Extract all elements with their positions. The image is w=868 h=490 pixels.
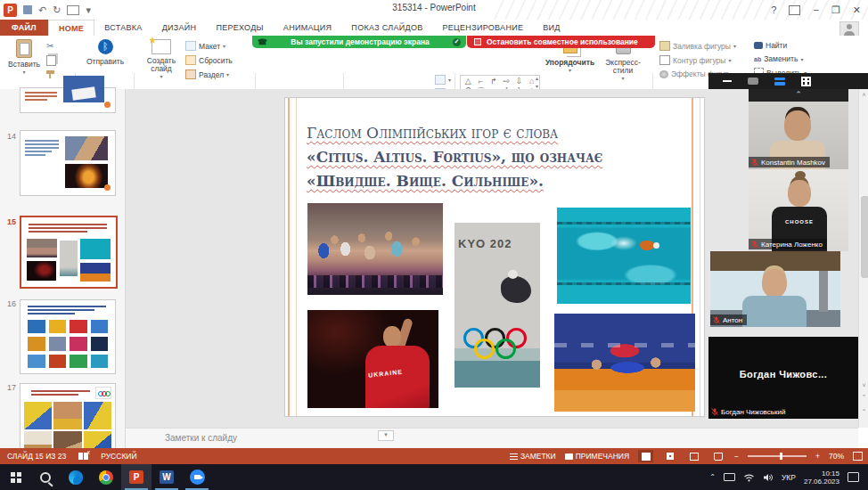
stop-share-banner[interactable]: Остановить совместное использование (467, 36, 655, 48)
next-slide-button[interactable]: ⌄ (859, 403, 868, 414)
tray-camera-icon[interactable] (724, 473, 735, 481)
video-tile-participant-4[interactable]: Богдан Чижовс... Богдан Чижовський (708, 337, 858, 419)
notes-collapse-icon[interactable]: ▼ (378, 430, 394, 441)
replace-button[interactable]: abЗаменить▾ (754, 54, 807, 63)
section-button[interactable]: Раздел▾ (185, 69, 233, 79)
comments-toggle-button[interactable]: ПРИМЕЧАНИЯ (565, 452, 629, 461)
zoom-collapse-strip[interactable]: ⌃ (749, 89, 848, 102)
zoom-gallery-view-icon[interactable] (774, 78, 785, 86)
scroll-down-icon[interactable]: ˅ (859, 380, 868, 391)
help-button[interactable]: ? (771, 4, 776, 15)
start-button[interactable] (0, 464, 30, 490)
normal-view-button[interactable] (638, 450, 653, 462)
tab-file[interactable]: ФАЙЛ (0, 20, 48, 36)
thumb13-text (25, 90, 57, 102)
shape-outline-button[interactable]: Контур фигуры▾ (659, 55, 736, 65)
taskbar-chrome-button[interactable] (91, 464, 121, 490)
shape-arrow-down-icon[interactable]: ⇩ (513, 77, 524, 86)
slide-13-thumbnail[interactable] (20, 87, 116, 113)
copy-icon[interactable] (46, 55, 56, 66)
taskbar-zoom-button[interactable] (182, 464, 212, 490)
find-button[interactable]: Найти (754, 41, 807, 50)
hurdles-race-photo[interactable] (307, 203, 443, 295)
window-title: 315314 - PowerPoint (0, 3, 868, 12)
tokyo-2020-text: KYO 202 (458, 237, 540, 250)
slide-counter[interactable]: СЛАЙД 15 ИЗ 23 (7, 452, 66, 461)
clipboard-icon (16, 39, 32, 58)
zoom-out-button[interactable]: − (734, 452, 739, 461)
notes-panel[interactable]: ▼ Заметки к слайду (126, 428, 858, 449)
restore-button[interactable]: ❐ (831, 4, 840, 16)
scroll-up-icon[interactable]: ˄ (859, 89, 868, 101)
shape-fill-icon (659, 41, 670, 51)
volume-icon[interactable] (763, 473, 774, 482)
taskbar-word-button[interactable]: W (151, 464, 182, 490)
slide-title[interactable]: Гаслом Олімпійських ігор є слова «Citius… (307, 121, 690, 193)
ukraine-athlete-medal-photo[interactable]: UKRAINE (307, 310, 438, 408)
taskbar-search-button[interactable] (30, 464, 61, 490)
zoom-level[interactable]: 70% (829, 452, 844, 461)
zoom-grid-view-icon[interactable] (801, 77, 811, 86)
slide-15-thumbnail[interactable] (20, 216, 118, 289)
minimize-button[interactable]: − (813, 4, 818, 15)
screen-share-banner[interactable]: ☎ Вы запустили демонстрацию экрана ✓ (252, 36, 466, 48)
slide-canvas[interactable]: Гаслом Олімпійських ігор є слова «Citius… (285, 98, 704, 416)
shape-fill-button[interactable]: Заливка фигуры▾ (659, 41, 736, 51)
paste-button[interactable]: Вставить ▾ (7, 39, 41, 77)
ribbon-display-options-icon[interactable] (789, 5, 800, 15)
tab-view[interactable]: ВИД (533, 20, 569, 36)
video-tile-participant-3[interactable]: Антон (710, 251, 840, 327)
tab-review[interactable]: РЕЦЕНЗИРОВАНИЕ (433, 20, 534, 36)
tab-home[interactable]: HOME (48, 20, 94, 36)
shape-arrow-elbow-icon[interactable]: ↱ (488, 77, 499, 86)
video-tile-participant-1[interactable]: Konstantin Mashkov (749, 102, 848, 169)
new-slide-button[interactable]: Создать слайд ▾ (141, 39, 182, 81)
zoom-slider[interactable] (748, 455, 807, 457)
tab-slideshow[interactable]: ПОКАЗ СЛАЙДОВ (341, 20, 432, 36)
format-painter-icon[interactable] (46, 70, 54, 78)
tab-animations[interactable]: АНИМАЦИЯ (274, 20, 342, 36)
fit-to-window-icon[interactable] (853, 452, 863, 461)
scrollbar-thumb[interactable] (861, 196, 868, 278)
wrestling-match-photo[interactable] (554, 314, 695, 412)
layout-button[interactable]: Макет▾ (185, 41, 233, 51)
shape-outline-icon (659, 55, 670, 65)
wifi-icon[interactable] (743, 473, 755, 482)
video-tile-participant-2[interactable]: CHOOSE Катерина Ложенко (749, 169, 848, 251)
slide-16-thumbnail[interactable] (20, 299, 116, 374)
bluetooth-send-button[interactable]: ᛒ Отправить (82, 39, 128, 66)
zoom-speaker-view-icon[interactable] (748, 78, 758, 85)
text-direction-button[interactable]: ▾ (435, 75, 451, 85)
tab-transitions[interactable]: ПЕРЕХОДЫ (206, 20, 273, 36)
shape-elbow-icon[interactable]: ⌐ (475, 77, 486, 86)
slide-sorter-view-button[interactable] (662, 450, 677, 462)
reading-view-button[interactable] (686, 450, 701, 462)
taskbar-edge-button[interactable] (61, 464, 91, 490)
zoom-in-button[interactable]: + (815, 452, 820, 461)
swimmer-pool-photo[interactable] (557, 208, 691, 304)
slide-14-thumbnail[interactable] (20, 130, 116, 196)
clock[interactable]: 10:15 27.06.2023 (804, 470, 839, 486)
previous-slide-button[interactable]: ⌃ (859, 391, 868, 403)
notes-toggle-button[interactable]: ЗАМЕТКИ (510, 452, 556, 461)
language-indicator[interactable]: РУССКИЙ (101, 452, 136, 461)
notes-placeholder[interactable]: Заметки к слайду (165, 433, 237, 443)
notification-center-icon[interactable] (848, 472, 859, 482)
spellcheck-icon[interactable]: ✗ (78, 453, 88, 460)
close-button[interactable]: ✕ (853, 4, 861, 16)
tokyo-skateboard-photo[interactable]: KYO 202 (454, 223, 540, 388)
tray-expand-icon[interactable]: ⌃ (709, 473, 716, 481)
shape-arrow-right-icon[interactable]: ⇨ (501, 77, 512, 86)
slideshow-view-button[interactable] (710, 450, 725, 462)
keyboard-language[interactable]: УКР (782, 473, 796, 482)
reset-button[interactable]: Сбросить (185, 55, 233, 65)
tab-insert[interactable]: ВСТАВКА (94, 20, 151, 36)
zoom-minimize-icon[interactable] (723, 80, 732, 82)
zoom-slider-thumb[interactable] (780, 453, 782, 460)
tab-design[interactable]: ДИЗАЙН (152, 20, 207, 36)
cut-icon[interactable]: ✂ (46, 41, 56, 51)
swimmer-figure (640, 241, 654, 250)
taskbar-powerpoint-button[interactable]: P (121, 464, 151, 490)
shape-triangle-icon[interactable]: △ (463, 77, 473, 86)
editor-scrollbar[interactable]: ˄ ˅ ⌃ ⌄ (858, 89, 868, 428)
